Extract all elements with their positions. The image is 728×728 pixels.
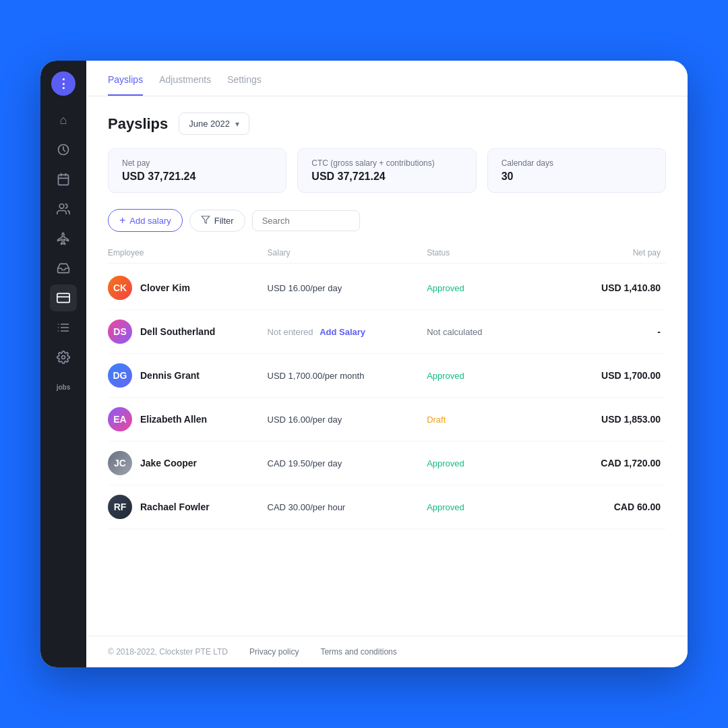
employee-cell-dell-southerland: DS Dell Southerland	[108, 320, 268, 344]
summary-card-net-pay: Net pay USD 37,721.24	[108, 148, 286, 193]
employee-table: Employee Salary Status Net pay CK Clover…	[108, 243, 666, 529]
status-dell-southerland: Not calculated	[427, 327, 546, 337]
main-content: Payslips Adjustments Settings Payslips J…	[86, 61, 688, 667]
avatar-jake-cooper: JC	[108, 451, 132, 475]
calendar-days-value: 30	[502, 171, 652, 183]
search-input[interactable]	[252, 210, 360, 231]
page-title: Payslips	[108, 115, 168, 133]
net-pay-dennis-grant: USD 1,700.00	[547, 370, 666, 381]
filter-label: Filter	[214, 216, 234, 226]
salary-rachael-fowler: CAD 30.00/per hour	[268, 502, 427, 512]
status-clover-kim: Approved	[427, 283, 546, 293]
salary-jake-cooper: CAD 19.50/per day	[268, 458, 427, 468]
ctc-label: CTC (gross salary + contributions)	[311, 158, 462, 168]
status-rachael-fowler: Approved	[427, 502, 546, 512]
copyright-text: © 2018-2022, Clockster PTE LTD	[108, 647, 228, 657]
sidebar-logo[interactable]	[51, 71, 75, 96]
header-employee: Employee	[108, 248, 268, 257]
plus-icon: +	[119, 214, 125, 226]
sidebar-icon-card[interactable]	[50, 284, 77, 311]
avatar-dennis-grant: DG	[108, 363, 132, 388]
sidebar-icon-plane[interactable]	[50, 225, 77, 252]
not-entered-text: Not entered	[268, 327, 313, 337]
sidebar-icon-inbox[interactable]	[50, 255, 77, 282]
month-value: June 2022	[189, 119, 230, 129]
header-status: Status	[427, 248, 546, 257]
add-salary-label: Add salary	[129, 216, 171, 226]
employee-cell-rachael-fowler: RF Rachael Fowler	[108, 495, 268, 519]
svg-rect-1	[59, 175, 69, 185]
net-pay-rachael-fowler: CAD 60.00	[547, 502, 666, 512]
table-row: DS Dell Southerland Not entered Add Sala…	[108, 310, 666, 354]
sidebar-icon-people[interactable]	[50, 195, 77, 222]
net-pay-clover-kim: USD 1,410.80	[547, 282, 666, 293]
employee-name-dennis-grant: Dennis Grant	[140, 370, 200, 381]
net-pay-dell-southerland: -	[547, 326, 666, 337]
table-row: DG Dennis Grant USD 1,700.00/per month A…	[108, 354, 666, 398]
net-pay-value: USD 37,721.24	[122, 171, 272, 183]
privacy-policy-link[interactable]: Privacy policy	[249, 647, 299, 657]
employee-name-jake-cooper: Jake Cooper	[140, 458, 197, 468]
header-net-pay: Net pay	[547, 248, 666, 257]
table-row: JC Jake Cooper CAD 19.50/per day Approve…	[108, 442, 666, 485]
header-salary: Salary	[268, 248, 427, 257]
avatar-rachael-fowler: RF	[108, 495, 132, 519]
net-pay-elizabeth-allen: USD 1,853.00	[547, 414, 666, 425]
add-salary-inline-button[interactable]: Add Salary	[320, 327, 365, 337]
summary-card-calendar-days: Calendar days 30	[487, 148, 666, 193]
summary-card-ctc: CTC (gross salary + contributions) USD 3…	[297, 148, 476, 193]
employee-name-dell-southerland: Dell Southerland	[140, 326, 215, 337]
add-salary-button[interactable]: + Add salary	[108, 209, 183, 232]
svg-rect-6	[57, 293, 69, 302]
svg-marker-15	[202, 216, 210, 223]
employee-cell-clover-kim: CK Clover Kim	[108, 276, 268, 300]
net-pay-jake-cooper: CAD 1,720.00	[547, 458, 666, 468]
sidebar-icon-jobs[interactable]: jobs	[50, 373, 77, 400]
salary-elizabeth-allen: USD 16.00/per day	[268, 415, 427, 425]
avatar-clover-kim: CK	[108, 276, 132, 300]
avatar-elizabeth-allen: EA	[108, 407, 132, 431]
status-elizabeth-allen: Draft	[427, 415, 546, 425]
table-row: EA Elizabeth Allen USD 16.00/per day Dra…	[108, 398, 666, 442]
net-pay-label: Net pay	[122, 158, 272, 168]
sidebar-icon-list[interactable]	[50, 314, 77, 341]
sidebar-icon-clock[interactable]	[50, 136, 77, 163]
salary-dennis-grant: USD 1,700.00/per month	[268, 371, 427, 381]
salary-clover-kim: USD 16.00/per day	[268, 283, 427, 293]
svg-point-5	[59, 204, 64, 209]
calendar-days-label: Calendar days	[502, 158, 652, 168]
month-selector[interactable]: June 2022 ▾	[179, 113, 249, 135]
employee-name-clover-kim: Clover Kim	[140, 282, 190, 293]
tab-payslips[interactable]: Payslips	[108, 74, 143, 96]
employee-cell-elizabeth-allen: EA Elizabeth Allen	[108, 407, 268, 431]
table-header: Employee Salary Status Net pay	[108, 243, 666, 264]
table-row: RF Rachael Fowler CAD 30.00/per hour App…	[108, 485, 666, 529]
sidebar-icon-settings[interactable]	[50, 344, 77, 371]
toolbar: + Add salary Filter	[108, 209, 666, 232]
filter-button[interactable]: Filter	[189, 210, 245, 232]
tab-adjustments[interactable]: Adjustments	[159, 74, 211, 96]
footer: © 2018-2022, Clockster PTE LTD Privacy p…	[86, 636, 688, 667]
tab-settings[interactable]: Settings	[227, 74, 262, 96]
terms-link[interactable]: Terms and conditions	[320, 647, 396, 657]
employee-name-elizabeth-allen: Elizabeth Allen	[140, 414, 207, 425]
employee-cell-dennis-grant: DG Dennis Grant	[108, 363, 268, 388]
page-body: Payslips June 2022 ▾ Net pay USD 37,721.…	[86, 96, 688, 636]
employee-cell-jake-cooper: JC Jake Cooper	[108, 451, 268, 475]
filter-icon	[201, 215, 210, 226]
chevron-down-icon: ▾	[235, 119, 239, 129]
sidebar-icon-calendar[interactable]	[50, 166, 77, 193]
avatar-dell-southerland: DS	[108, 320, 132, 344]
sidebar: ⌂	[40, 61, 86, 667]
table-row: CK Clover Kim USD 16.00/per day Approved…	[108, 266, 666, 310]
sidebar-icon-home[interactable]: ⌂	[50, 107, 77, 133]
ctc-value: USD 37,721.24	[311, 171, 462, 183]
employee-name-rachael-fowler: Rachael Fowler	[140, 502, 210, 512]
summary-cards: Net pay USD 37,721.24 CTC (gross salary …	[108, 148, 666, 193]
status-jake-cooper: Approved	[427, 458, 546, 468]
salary-dell-southerland: Not entered Add Salary	[268, 327, 427, 337]
svg-point-14	[62, 356, 65, 359]
tabs-bar: Payslips Adjustments Settings	[86, 61, 688, 96]
status-dennis-grant: Approved	[427, 371, 546, 381]
page-header: Payslips June 2022 ▾	[108, 113, 666, 135]
